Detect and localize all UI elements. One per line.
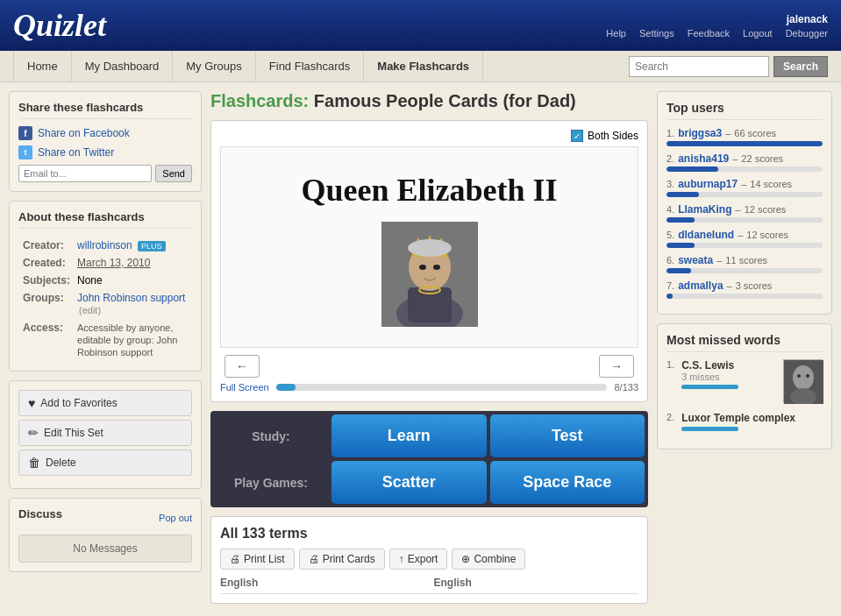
user-score: 12 scores — [745, 204, 787, 215]
list-item: 5. dldanelund – 12 scores — [666, 229, 823, 248]
user-score: 12 scores — [746, 230, 788, 240]
missed-word-name: Luxor Temple complex — [681, 412, 823, 424]
user-link[interactable]: LlamaKing — [678, 203, 731, 216]
created-date: March 13, 2010 — [77, 257, 150, 269]
facebook-link[interactable]: f Share on Facebook — [18, 126, 192, 140]
info-table: Creator: willrobinson PLUS Created: Marc… — [18, 236, 192, 362]
send-button[interactable]: Send — [155, 165, 192, 182]
user-row: 7. admallya – 3 scores — [666, 280, 823, 292]
share-title: Share these flashcards — [18, 101, 192, 119]
print-list-button[interactable]: 🖨 Print List — [220, 549, 295, 570]
user-rank: 1. — [666, 128, 674, 138]
full-screen-link[interactable]: Full Screen — [220, 382, 269, 393]
user-score: 22 scores — [741, 153, 783, 164]
pop-out-link[interactable]: Pop out — [159, 513, 192, 523]
study-label: Study: — [214, 414, 328, 457]
search-input[interactable] — [629, 56, 769, 77]
user-link[interactable]: sweata — [678, 254, 713, 266]
user-link[interactable]: auburnap17 — [678, 178, 738, 190]
scatter-button[interactable]: Scatter — [331, 461, 487, 504]
edit-button[interactable]: ✏ Edit This Set — [18, 420, 192, 446]
svg-point-16 — [797, 374, 801, 378]
most-missed-section: Most missed words 1. C.S. Lewis 3 misses — [657, 323, 832, 450]
user-link[interactable]: anisha419 — [678, 152, 729, 165]
col1-header: English — [220, 577, 425, 589]
progress-track — [276, 384, 608, 391]
list-item: 2. Luxor Temple complex — [666, 412, 823, 431]
logout-link[interactable]: Logout — [743, 28, 773, 39]
title-name: Famous People Cards (for Dad) — [314, 91, 576, 110]
user-row: 4. LlamaKing – 12 scores — [666, 203, 823, 216]
nav-make[interactable]: Make Flashcards — [364, 51, 483, 81]
header: Quizlet jalenack Help Settings Feedback … — [0, 0, 841, 51]
plus-badge: PLUS — [138, 241, 166, 251]
top-users-section: Top users 1. briggsa3 – 66 scores 2. ani… — [657, 91, 832, 315]
svg-point-14 — [793, 365, 814, 390]
user-rank: 2. — [666, 153, 674, 164]
subjects-value: None — [77, 274, 103, 287]
group-link[interactable]: John Robinson support — [77, 292, 185, 304]
print-list-label: Print List — [244, 553, 285, 565]
print-cards-button[interactable]: 🖨 Print Cards — [299, 549, 385, 570]
nav-bar: Home My Dashboard My Groups Find Flashca… — [0, 51, 841, 82]
creator-link[interactable]: willrobinson — [77, 239, 132, 251]
missed-word-bar — [681, 427, 738, 431]
progress-area: Full Screen 8/133 — [220, 382, 638, 393]
group-edit[interactable]: (edit) — [79, 305, 101, 315]
user-link[interactable]: dldanelund — [678, 229, 734, 241]
favorites-button[interactable]: ♥ Add to Favorites — [18, 390, 192, 416]
settings-link[interactable]: Settings — [639, 28, 674, 39]
user-rank: 6. — [666, 255, 674, 266]
delete-button[interactable]: 🗑 Delete — [18, 450, 192, 476]
export-button[interactable]: ↑ Export — [389, 549, 448, 570]
nav-find[interactable]: Find Flashcards — [256, 51, 364, 81]
both-sides-bar: ✓ Both Sides — [220, 130, 638, 142]
debugger-link[interactable]: Debugger — [786, 28, 828, 39]
search-button[interactable]: Search — [773, 56, 828, 77]
help-link[interactable]: Help — [606, 28, 626, 39]
missed-word-count: 3 misses — [681, 372, 776, 382]
print-cards-icon: 🖨 — [309, 553, 319, 565]
access-value: Accessible by anyone, editable by group:… — [77, 322, 177, 358]
main-layout: Share these flashcards f Share on Facebo… — [0, 82, 841, 612]
nav-home[interactable]: Home — [13, 51, 72, 81]
both-sides-checkbox[interactable]: ✓ — [571, 130, 583, 142]
progress-fill — [276, 384, 296, 391]
next-arrow[interactable]: → — [599, 355, 634, 378]
combine-button[interactable]: ⊕ Combine — [452, 549, 525, 570]
actions-section: ♥ Add to Favorites ✏ Edit This Set 🗑 Del… — [9, 380, 202, 489]
card-container[interactable]: Queen Elizabeth II — [220, 146, 638, 348]
user-rank: 3. — [666, 179, 674, 189]
twitter-link[interactable]: t Share on Twitter — [18, 145, 192, 159]
list-item: 3. auburnap17 – 14 scores — [666, 178, 823, 197]
nav-groups[interactable]: My Groups — [173, 51, 256, 81]
header-right: jalenack Help Settings Feedback Logout D… — [606, 13, 828, 39]
feedback-link[interactable]: Feedback — [688, 28, 730, 39]
print-cards-label: Print Cards — [323, 553, 375, 565]
user-row: 2. anisha419 – 22 scores — [666, 152, 823, 165]
top-users-title: Top users — [666, 101, 823, 120]
missed-word-name: C.S. Lewis — [681, 359, 776, 372]
space-race-button[interactable]: Space Race — [490, 461, 645, 504]
twitter-label: Share on Twitter — [38, 146, 114, 159]
list-item: 1. C.S. Lewis 3 misses — [666, 359, 823, 403]
edit-label: Edit This Set — [44, 427, 103, 439]
learn-button[interactable]: Learn — [331, 414, 487, 457]
user-link[interactable]: admallya — [678, 280, 723, 292]
about-title: About these flashcards — [18, 210, 192, 229]
favorites-icon: ♥ — [28, 396, 35, 410]
nav-dashboard[interactable]: My Dashboard — [72, 51, 174, 81]
cs-lewis-svg — [784, 360, 823, 404]
email-input[interactable] — [18, 165, 152, 182]
svg-point-17 — [806, 374, 809, 378]
list-item: 4. LlamaKing – 12 scores — [666, 203, 823, 223]
username: jalenack — [606, 13, 828, 25]
user-row: 6. sweata – 11 scores — [666, 254, 823, 266]
user-link[interactable]: briggsa3 — [678, 127, 722, 139]
user-row: 1. briggsa3 – 66 scores — [666, 127, 823, 139]
logo: Quizlet — [13, 7, 106, 44]
prev-arrow[interactable]: ← — [225, 355, 260, 378]
terms-header: English English — [220, 577, 638, 594]
test-button[interactable]: Test — [490, 414, 645, 457]
missed-rank: 1. — [666, 359, 674, 370]
